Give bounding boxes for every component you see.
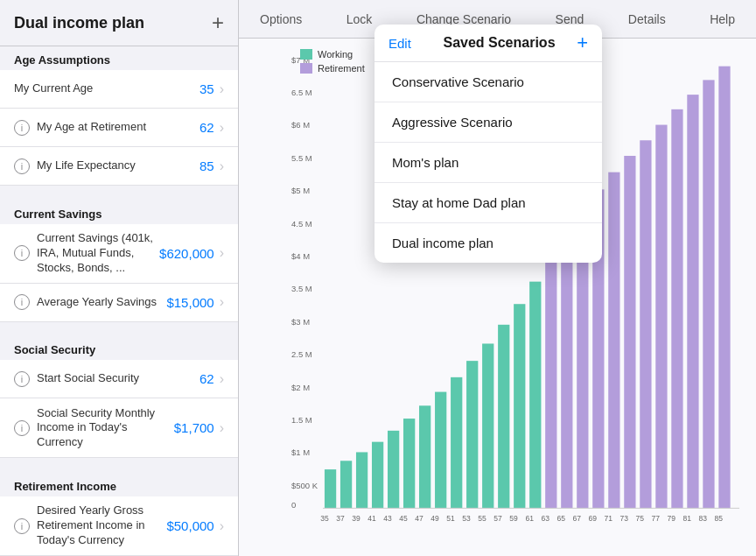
yearly-savings-value: $15,000: [166, 295, 214, 310]
retirement-age-row[interactable]: i My Age at Retirement 62 ›: [0, 109, 238, 147]
scenario-moms-plan[interactable]: Mom's plan: [374, 143, 602, 183]
svg-text:85: 85: [715, 514, 724, 523]
svg-text:71: 71: [604, 514, 612, 523]
scenario-conservative[interactable]: Conservative Scenario: [374, 62, 602, 102]
chevron-icon: ›: [220, 518, 224, 534]
savings-section-header: Current Savings: [0, 201, 238, 224]
svg-text:4.5 M: 4.5 M: [291, 218, 312, 228]
plan-title: Dual income plan: [14, 14, 144, 32]
social-income-value: $1,700: [174, 420, 214, 435]
svg-text:$5 M: $5 M: [291, 186, 310, 195]
current-age-value: 35: [200, 81, 214, 96]
info-icon: i: [14, 120, 30, 136]
details-button[interactable]: Details: [621, 11, 673, 28]
svg-text:6.5 M: 6.5 M: [291, 88, 312, 97]
chevron-icon: ›: [220, 420, 224, 436]
age-section-header: Age Assumptions: [0, 46, 238, 70]
start-social-row[interactable]: i Start Social Security 62 ›: [0, 360, 238, 398]
current-age-row[interactable]: My Current Age 35 ›: [0, 70, 238, 109]
svg-rect-34: [624, 156, 635, 508]
chevron-icon: ›: [220, 294, 224, 310]
lock-button[interactable]: Lock: [340, 11, 380, 28]
saved-scenarios-title: Saved Scenarios: [422, 35, 577, 51]
svg-rect-15: [325, 469, 336, 508]
svg-rect-25: [482, 343, 494, 508]
chevron-icon: ›: [220, 120, 224, 136]
dropdown-header: Edit Saved Scenarios +: [374, 25, 602, 62]
current-savings-row[interactable]: i Current Savings (401k, IRA, Mutual Fun…: [0, 224, 238, 284]
svg-text:1.5 M: 1.5 M: [291, 415, 312, 425]
svg-text:69: 69: [588, 514, 597, 523]
svg-text:67: 67: [572, 514, 581, 523]
right-panel: Options Lock Change Scenario Send Detail…: [239, 0, 756, 556]
svg-rect-38: [687, 95, 698, 508]
svg-text:41: 41: [368, 514, 376, 523]
svg-rect-36: [655, 125, 667, 509]
svg-text:$6 M: $6 M: [291, 120, 310, 130]
start-social-value: 62: [200, 371, 214, 386]
scenario-stay-at-home[interactable]: Stay at home Dad plan: [374, 183, 602, 223]
edit-button[interactable]: Edit: [388, 36, 411, 51]
svg-rect-33: [608, 172, 620, 509]
chevron-icon: ›: [220, 245, 224, 261]
scenario-dual-income[interactable]: Dual income plan: [374, 223, 602, 263]
svg-text:49: 49: [430, 514, 439, 523]
info-icon: i: [14, 371, 30, 387]
svg-rect-17: [356, 452, 368, 508]
help-button[interactable]: Help: [703, 11, 742, 28]
svg-rect-18: [372, 442, 383, 509]
svg-rect-23: [451, 377, 462, 509]
svg-text:2.5 M: 2.5 M: [291, 349, 312, 359]
svg-rect-39: [703, 80, 714, 508]
svg-text:$2 M: $2 M: [291, 382, 310, 391]
desired-income-value: $50,000: [166, 518, 214, 533]
options-button[interactable]: Options: [253, 11, 309, 28]
svg-text:3.5 M: 3.5 M: [291, 284, 312, 293]
svg-text:51: 51: [446, 514, 455, 523]
yearly-savings-label: Average Yearly Savings: [37, 295, 166, 310]
saved-scenarios-dropdown: Edit Saved Scenarios + Conservative Scen…: [374, 25, 602, 263]
current-age-label: My Current Age: [14, 81, 200, 96]
svg-rect-21: [419, 405, 430, 508]
social-income-row[interactable]: i Social Security Monthly Income in Toda…: [0, 398, 238, 458]
working-color-swatch: [300, 49, 312, 60]
svg-rect-27: [514, 304, 525, 508]
svg-rect-30: [561, 232, 572, 509]
svg-text:79: 79: [668, 514, 676, 523]
add-button[interactable]: +: [212, 12, 224, 33]
retirement-label: Retirement: [318, 63, 365, 74]
svg-text:37: 37: [336, 514, 345, 523]
desired-income-label: Desired Yearly Gross Retirement Income i…: [37, 503, 166, 548]
svg-text:65: 65: [556, 514, 565, 523]
add-scenario-button[interactable]: +: [577, 33, 588, 53]
svg-text:77: 77: [652, 514, 661, 523]
svg-text:$500 K: $500 K: [291, 481, 318, 490]
life-expectancy-row[interactable]: i My Life Expectancy 85 ›: [0, 147, 238, 186]
info-icon: i: [14, 245, 30, 261]
scenario-aggressive[interactable]: Aggressive Scenario: [374, 102, 602, 143]
svg-rect-29: [545, 257, 556, 508]
svg-text:45: 45: [399, 514, 408, 523]
desired-income-row[interactable]: i Desired Yearly Gross Retirement Income…: [0, 496, 238, 556]
svg-rect-16: [340, 461, 352, 508]
svg-text:$1 M: $1 M: [291, 447, 310, 457]
svg-text:43: 43: [383, 514, 392, 523]
current-savings-value: $620,000: [159, 246, 214, 261]
social-section-header: Social Security: [0, 336, 238, 360]
svg-rect-28: [529, 282, 541, 509]
start-social-label: Start Social Security: [37, 371, 200, 386]
svg-rect-20: [403, 419, 415, 508]
info-icon: i: [14, 420, 30, 436]
yearly-savings-row[interactable]: i Average Yearly Savings $15,000 ›: [0, 284, 238, 322]
svg-text:$4 M: $4 M: [291, 251, 310, 261]
svg-rect-24: [466, 361, 478, 508]
retirement-section-header: Retirement Income: [0, 473, 238, 496]
svg-text:75: 75: [636, 514, 645, 523]
svg-rect-19: [388, 431, 399, 509]
chevron-icon: ›: [220, 81, 224, 97]
svg-text:39: 39: [352, 514, 360, 523]
chevron-icon: ›: [220, 371, 224, 387]
legend-retirement: Retirement: [300, 63, 365, 74]
chart-legend: Working Retirement: [300, 49, 365, 74]
svg-rect-37: [671, 109, 682, 509]
